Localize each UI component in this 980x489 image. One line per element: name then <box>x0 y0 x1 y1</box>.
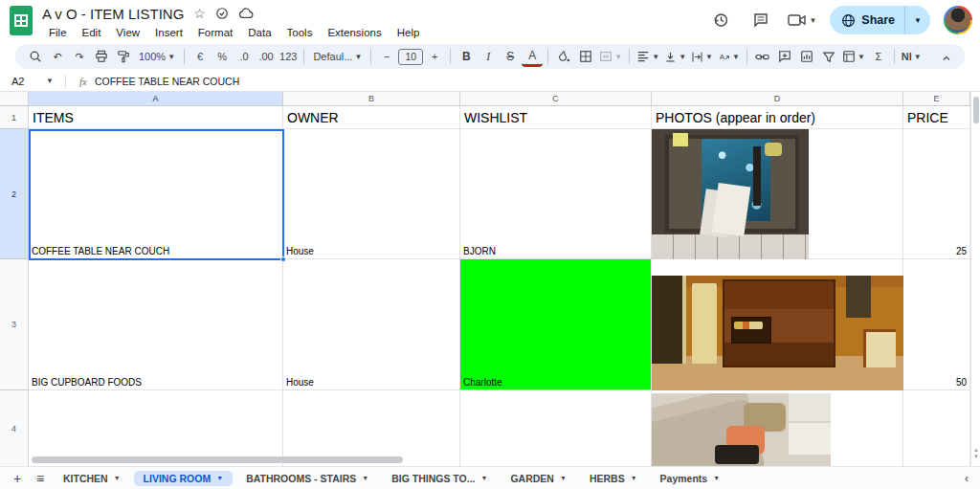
borders-button[interactable] <box>575 46 596 67</box>
vertical-scrollbar-thumb[interactable] <box>973 97 979 123</box>
all-sheets-button[interactable]: ≡ <box>29 469 52 488</box>
scroll-arrows[interactable]: ▲▼ <box>971 447 980 460</box>
column-header-c[interactable]: C <box>460 92 652 106</box>
zoom-select[interactable]: 100%▼ <box>135 46 179 67</box>
horizontal-align-button[interactable]: ▼ <box>635 46 661 67</box>
tab-bathrooms-stairs[interactable]: BATHROOMS - STAIRS▼ <box>236 471 378 486</box>
insert-link-button[interactable] <box>752 46 773 67</box>
share-button[interactable]: Share ▼ <box>830 6 930 34</box>
more-formats-button[interactable]: 123 <box>278 46 299 67</box>
cell-e2[interactable]: 25 <box>903 129 970 259</box>
row-header-1[interactable]: 1 <box>0 106 29 129</box>
cell-d1[interactable]: PHOTOS (appear in order) <box>652 106 903 129</box>
cell-b1[interactable]: OWNER <box>283 106 460 129</box>
merge-cells-button[interactable]: ▼ <box>597 46 624 67</box>
comments-icon[interactable] <box>747 7 774 33</box>
photo-couch[interactable] <box>652 393 831 466</box>
tab-herbs[interactable]: HERBS▼ <box>580 471 647 486</box>
menu-edit[interactable]: Edit <box>76 25 108 40</box>
hide-menus-button[interactable] <box>936 48 957 69</box>
menu-view[interactable]: View <box>109 25 146 40</box>
undo-button[interactable]: ↶ <box>47 46 68 67</box>
decrease-font-size-button[interactable]: − <box>376 46 397 67</box>
cell-a2-selected[interactable]: COFFEE TABLE NEAR COUCH <box>29 129 283 259</box>
functions-button[interactable]: Σ <box>868 46 889 67</box>
insert-chart-button[interactable] <box>796 46 817 67</box>
formula-input[interactable]: COFFEE TABLE NEAR COUCH <box>95 76 239 87</box>
tab-living-room[interactable]: LIVING ROOM▼ <box>134 471 234 486</box>
tab-big-things[interactable]: BIG THINGS TO...▼ <box>382 471 497 486</box>
cloud-saved-icon[interactable] <box>238 7 254 20</box>
cell-a3[interactable]: BIG CUPBOARD FOODS <box>29 259 283 390</box>
format-percent-button[interactable]: % <box>212 46 233 67</box>
font-size-input[interactable]: 10 <box>398 49 423 65</box>
photo-big-cupboard[interactable] <box>652 276 903 390</box>
menu-tools[interactable]: Tools <box>280 25 320 40</box>
search-menus-button[interactable] <box>25 46 46 67</box>
print-button[interactable] <box>91 46 112 67</box>
tab-garden[interactable]: GARDEN▼ <box>501 471 575 486</box>
approval-badge-icon[interactable] <box>215 7 229 20</box>
version-history-icon[interactable] <box>707 7 734 33</box>
font-select[interactable]: Defaul...▼ <box>309 46 366 67</box>
cell-b3[interactable]: House <box>283 259 460 390</box>
menu-help[interactable]: Help <box>390 25 427 40</box>
cell-a4[interactable] <box>29 390 283 466</box>
vertical-align-button[interactable]: ▼ <box>662 46 688 67</box>
row-header-2[interactable]: 2 <box>0 129 29 259</box>
document-title[interactable]: A v O - ITEM LISTING <box>42 6 184 22</box>
add-sheet-button[interactable]: + <box>6 469 29 488</box>
fill-color-button[interactable] <box>553 46 574 67</box>
decrease-decimals-button[interactable]: .0 <box>234 46 255 67</box>
select-all-corner[interactable] <box>0 92 29 106</box>
cell-a1[interactable]: ITEMS <box>29 106 283 129</box>
column-header-a[interactable]: A <box>29 92 283 106</box>
cell-c1[interactable]: WISHLIST <box>460 106 652 129</box>
text-wrap-button[interactable]: ▼ <box>689 46 715 67</box>
insert-comment-button[interactable] <box>774 46 795 67</box>
tab-kitchen[interactable]: KITCHEN▼ <box>54 471 130 486</box>
cell-c3-green[interactable]: Charlotte <box>460 259 652 390</box>
column-header-b[interactable]: B <box>283 92 460 106</box>
star-icon[interactable]: ☆ <box>193 7 206 20</box>
strikethrough-button[interactable]: S <box>500 46 521 67</box>
extension-nl-button[interactable]: Nl ▼ <box>900 46 924 67</box>
bold-button[interactable]: B <box>456 46 477 67</box>
column-header-d[interactable]: D <box>652 92 903 106</box>
italic-button[interactable]: I <box>478 46 499 67</box>
paint-format-button[interactable] <box>113 46 134 67</box>
vertical-scrollbar-track[interactable]: ▲▼ <box>970 92 980 466</box>
sheets-logo-icon[interactable] <box>10 6 33 35</box>
text-rotation-button[interactable]: A ▼ <box>716 46 742 67</box>
tab-payments[interactable]: Payments▼ <box>651 471 730 486</box>
create-filter-button[interactable] <box>818 46 839 67</box>
share-dropdown-icon[interactable]: ▼ <box>905 16 930 25</box>
increase-font-size-button[interactable]: + <box>424 46 445 67</box>
increase-decimals-button[interactable]: .00 <box>256 46 277 67</box>
redo-button[interactable]: ↷ <box>69 46 90 67</box>
cell-c2[interactable]: BJORN <box>460 129 652 259</box>
horizontal-scrollbar[interactable] <box>32 456 403 463</box>
text-color-button[interactable]: A <box>522 46 543 67</box>
cell-name-box[interactable]: A2 ▼ <box>0 76 59 87</box>
filter-views-button[interactable]: ▼ <box>840 46 867 67</box>
cell-b4[interactable] <box>283 390 460 466</box>
cell-b2[interactable]: House <box>283 129 460 259</box>
menu-format[interactable]: Format <box>191 25 239 40</box>
join-call-control[interactable]: ▼ <box>788 12 816 28</box>
row-header-3[interactable]: 3 <box>0 259 29 390</box>
column-header-e[interactable]: E <box>903 92 970 106</box>
cell-e3[interactable]: 50 <box>903 259 970 390</box>
menu-data[interactable]: Data <box>241 25 278 40</box>
format-currency-button[interactable]: € <box>189 46 211 67</box>
collapse-panel-icon[interactable]: ‹ <box>959 472 974 485</box>
photo-coffee-table[interactable] <box>652 129 809 259</box>
row-header-4[interactable]: 4 <box>0 390 29 466</box>
account-avatar[interactable] <box>944 6 972 34</box>
menu-extensions[interactable]: Extensions <box>321 25 388 40</box>
menu-file[interactable]: File <box>42 25 74 40</box>
cell-e4[interactable] <box>903 390 970 466</box>
cell-c4[interactable] <box>460 390 652 466</box>
menu-insert[interactable]: Insert <box>148 25 189 40</box>
cell-e1[interactable]: PRICE <box>903 106 970 129</box>
